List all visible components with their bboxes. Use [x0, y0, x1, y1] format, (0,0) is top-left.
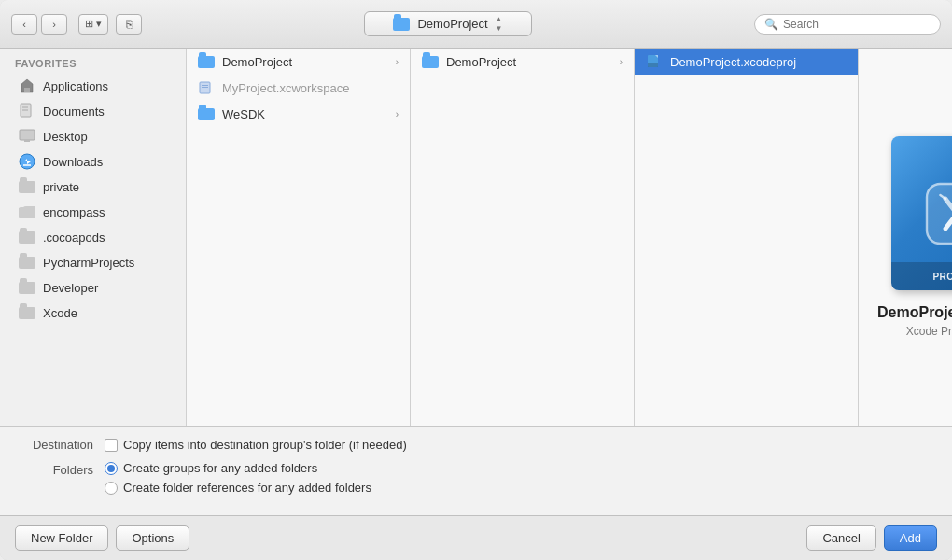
private-folder-icon — [19, 178, 35, 195]
wesdk-folder-icon — [198, 105, 215, 122]
pycharm-folder-icon — [19, 254, 35, 271]
folders-label: Folders — [19, 463, 93, 477]
sidebar-item-label: Applications — [43, 79, 108, 93]
sidebar-item-label: .cocoapods — [43, 231, 105, 245]
folder-blue-icon — [422, 53, 439, 70]
options-button[interactable]: Options — [116, 525, 189, 551]
sidebar-item-label: private — [43, 180, 79, 194]
chevron-down-icon: ▾ — [96, 18, 102, 30]
list-item[interactable]: DemoProject.xcodeproj — [635, 49, 858, 75]
svg-rect-15 — [927, 184, 952, 244]
xcodeproj-file-icon — [646, 53, 663, 70]
downloads-icon — [19, 153, 35, 170]
column-2: DemoProject › — [411, 49, 635, 426]
search-icon: 🔍 — [764, 18, 778, 31]
sidebar-section-label: Favorites — [0, 49, 186, 73]
sidebar-item-pycharm[interactable]: PycharmProjects — [4, 250, 182, 274]
svg-rect-4 — [20, 130, 35, 140]
back-button[interactable]: ‹ — [11, 14, 37, 35]
applications-icon — [19, 77, 35, 94]
sidebar-item-documents[interactable]: Documents — [4, 99, 182, 123]
add-button[interactable]: Add — [884, 525, 937, 551]
xcode-folder-icon — [19, 304, 35, 321]
destination-row: Destination Copy items into destination … — [19, 438, 933, 452]
sidebar-item-desktop[interactable]: Desktop — [4, 124, 182, 148]
list-item[interactable]: MyProject.xcworkspace — [187, 75, 410, 101]
create-groups-label: Create groups for any added folders — [123, 461, 317, 475]
cocoapods-folder-icon — [19, 229, 35, 245]
file-type-label: PROJECT — [891, 262, 952, 290]
radio-row-2: Create folder references for any added f… — [105, 481, 371, 495]
desktop-icon — [19, 128, 35, 145]
folders-row: Folders Create groups for any added fold… — [19, 461, 933, 495]
svg-rect-10 — [202, 85, 208, 86]
list-item[interactable]: DemoProject › — [411, 49, 634, 75]
preview-filename: DemoProject.xcodeproj — [877, 304, 952, 321]
svg-rect-11 — [202, 87, 208, 88]
sidebar-item-encompass[interactable]: encompass — [4, 200, 182, 224]
sidebar-item-downloads[interactable]: Downloads — [4, 149, 182, 174]
list-item[interactable]: WeSDK › — [187, 101, 410, 127]
sidebar-item-xcode[interactable]: Xcode — [4, 301, 182, 325]
cancel-button[interactable]: Cancel — [806, 525, 875, 551]
location-name: DemoProject — [417, 17, 487, 31]
column-item-label: DemoProject — [222, 55, 388, 69]
destination-checkbox[interactable] — [105, 439, 118, 452]
chevron-right-icon: › — [396, 57, 399, 67]
location-selector[interactable]: DemoProject ▲ ▼ — [364, 11, 532, 36]
sidebar-item-label: Downloads — [43, 155, 103, 169]
sidebar-item-private[interactable]: private — [4, 175, 182, 199]
app-store-logo — [905, 169, 952, 258]
nav-buttons: ‹ › — [11, 14, 67, 35]
sidebar: Favorites Applications Documents Desktop — [0, 49, 187, 426]
sidebar-item-applications[interactable]: Applications — [4, 74, 182, 98]
create-references-radio[interactable] — [105, 482, 118, 495]
create-groups-radio[interactable] — [105, 462, 118, 475]
encompass-folder-icon — [19, 203, 35, 220]
column-3: DemoProject.xcodeproj — [635, 49, 859, 426]
search-bar[interactable]: 🔍 — [754, 14, 941, 35]
svg-rect-14 — [648, 63, 658, 67]
preview-info: Xcode Project - 24 KB — [906, 325, 952, 338]
file-open-dialog: ‹ › ⊞ ▾ ⎘ DemoProject ▲ ▼ 🔍 Fav — [0, 0, 952, 560]
documents-icon — [19, 103, 35, 119]
main-content: Favorites Applications Documents Desktop — [0, 49, 952, 426]
chevron-right-icon: › — [396, 109, 399, 119]
column-item-label: MyProject.xcworkspace — [222, 81, 399, 95]
location-folder-icon — [393, 18, 410, 31]
file-page: PROJECT — [891, 136, 952, 290]
sidebar-item-label: Developer — [43, 281, 98, 295]
new-folder-button[interactable]: New Folder — [15, 525, 108, 551]
create-references-label: Create folder references for any added f… — [123, 481, 371, 495]
sidebar-item-label: encompass — [43, 205, 105, 219]
radio-row-1: Create groups for any added folders — [105, 461, 371, 475]
sidebar-item-label: Documents — [43, 105, 105, 119]
sidebar-item-label: Desktop — [43, 130, 88, 144]
view-mode-button[interactable]: ⊞ ▾ — [78, 14, 108, 35]
list-item[interactable]: DemoProject › — [187, 49, 410, 75]
file-browser: DemoProject › MyProject.xcworkspace WeSD… — [187, 49, 952, 426]
xcworkspace-file-icon — [198, 79, 215, 96]
sidebar-item-developer[interactable]: Developer — [4, 275, 182, 300]
folder-blue-icon — [198, 53, 215, 70]
svg-rect-5 — [24, 140, 30, 142]
column-item-label: DemoProject.xcodeproj — [670, 55, 847, 69]
destination-checkbox-text: Copy items into destination group's fold… — [123, 438, 407, 452]
file-preview-icon: PROJECT — [891, 136, 952, 304]
destination-checkbox-group: Copy items into destination group's fold… — [105, 438, 407, 452]
action-button[interactable]: ⎘ — [116, 14, 142, 35]
column-item-label: WeSDK — [222, 107, 388, 121]
chevron-right-icon: › — [620, 57, 623, 67]
location-bar: DemoProject ▲ ▼ — [149, 11, 747, 36]
action-row: New Folder Options Cancel Add — [0, 515, 952, 560]
location-arrows-icon: ▲ ▼ — [496, 15, 503, 33]
search-input[interactable] — [783, 18, 923, 31]
column-1: DemoProject › MyProject.xcworkspace WeSD… — [187, 49, 411, 426]
folders-radio-group: Create groups for any added folders Crea… — [105, 461, 371, 495]
sidebar-item-cocoapods[interactable]: .cocoapods — [4, 225, 182, 249]
view-mode-icon: ⊞ — [85, 18, 93, 30]
forward-button[interactable]: › — [41, 14, 67, 35]
sidebar-item-label: Xcode — [43, 306, 77, 320]
toolbar: ‹ › ⊞ ▾ ⎘ DemoProject ▲ ▼ 🔍 — [0, 0, 952, 49]
svg-rect-0 — [24, 88, 30, 92]
